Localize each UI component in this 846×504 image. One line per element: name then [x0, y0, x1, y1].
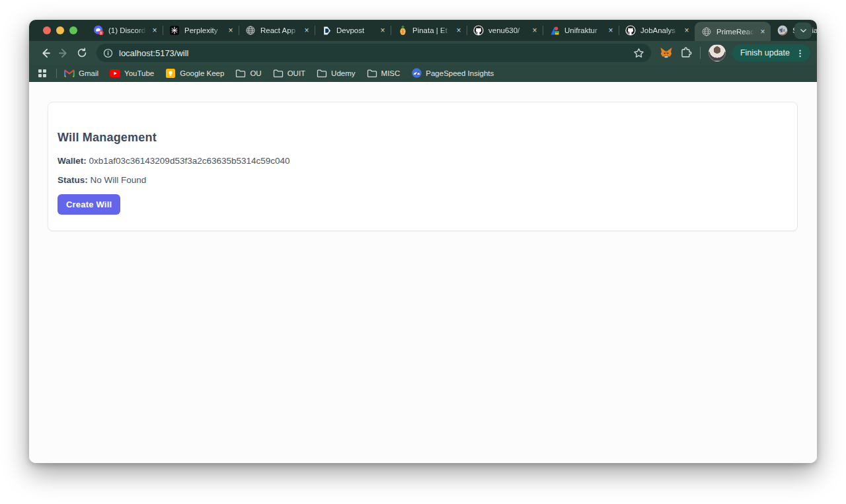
tab-close-icon[interactable]: × — [377, 25, 388, 36]
tab-title: React App — [260, 26, 300, 34]
bookmark-star-icon[interactable] — [633, 48, 644, 59]
pinata-icon — [397, 25, 408, 36]
browser-menu-icon[interactable]: ⋮ — [796, 48, 804, 58]
tab-close-icon[interactable]: × — [453, 25, 464, 36]
profile-avatar[interactable] — [709, 44, 726, 61]
forward-button[interactable] — [54, 44, 73, 62]
bookmark-label: OUIT — [288, 69, 305, 77]
globe-icon — [701, 26, 712, 37]
status-row: Status: No Will Found — [58, 175, 797, 185]
tab-title: Unifraktur — [564, 26, 604, 34]
back-button[interactable] — [36, 44, 54, 62]
tab-title: JobAnalys — [640, 26, 680, 34]
devpost-icon — [321, 25, 332, 36]
tab-title: Devpost — [336, 26, 376, 34]
tab-1-discord[interactable]: 1(1) Discord× — [87, 20, 163, 41]
tab-venu630[interactable]: venu630/× — [467, 20, 543, 41]
bookmark-label: YouTube — [124, 69, 154, 77]
minimize-window-button[interactable] — [56, 26, 64, 34]
github-icon — [625, 25, 636, 36]
tab-search-button[interactable] — [794, 22, 812, 39]
bookmark-udemy[interactable]: Udemy — [317, 68, 355, 79]
tab-strip: 1(1) Discord×Perplexity×React App×Devpos… — [29, 20, 817, 41]
extensions-button[interactable] — [677, 44, 695, 61]
tab-devpost[interactable]: Devpost× — [315, 20, 391, 41]
tab-primereac[interactable]: PrimeReac× — [695, 22, 771, 41]
bookmark-youtube[interactable]: YouTube — [110, 68, 154, 79]
bookmark-ouit[interactable]: OUIT — [273, 68, 305, 79]
page-title: Will Management — [58, 131, 797, 145]
bookmarks-items: GmailYouTubeGoogle KeepOUOUITUdemyMISCPa… — [64, 68, 505, 79]
perplexity-icon — [169, 25, 180, 36]
globe-icon — [245, 25, 256, 36]
apps-grid-icon[interactable] — [38, 69, 46, 77]
tab-close-icon[interactable]: × — [757, 26, 768, 37]
wallet-row: Wallet: 0xb1af03c36143209d53f3a2c63635b5… — [58, 156, 797, 166]
site-info-icon[interactable] — [103, 48, 113, 58]
bookmark-ou[interactable]: OU — [235, 68, 261, 79]
bookmark-misc[interactable]: MISC — [367, 68, 401, 79]
google-fonts-icon — [549, 25, 560, 36]
address-bar[interactable]: localhost:5173/will — [96, 44, 651, 62]
bookmark-pagespeed-insights[interactable]: PageSpeed Insights — [411, 68, 494, 79]
tab-pinata-et[interactable]: Pinata | Et× — [391, 20, 467, 41]
keep-icon — [165, 68, 176, 79]
folder-icon — [273, 68, 284, 79]
bookmark-label: MISC — [381, 69, 401, 77]
tab-title: (1) Discord — [108, 26, 148, 34]
url-text[interactable]: localhost:5173/will — [119, 48, 633, 58]
github-icon — [473, 25, 484, 36]
tabs-container: 1(1) Discord×Perplexity×React App×Devpos… — [87, 20, 817, 41]
status-label: Status: — [58, 175, 88, 185]
back-arrow-icon — [40, 48, 51, 59]
bookmark-label: OU — [250, 69, 261, 77]
tab-react-app[interactable]: React App× — [239, 20, 315, 41]
tab-title: venu630/ — [488, 26, 528, 34]
page-content: Will Management Wallet: 0xb1af03c3614320… — [29, 82, 817, 463]
bookmark-label: Gmail — [79, 69, 98, 77]
tab-close-icon[interactable]: × — [681, 25, 692, 36]
tab-perplexity[interactable]: Perplexity× — [163, 20, 239, 41]
finish-update-label: Finish update — [740, 48, 790, 57]
toolbar-divider — [700, 47, 701, 59]
tab-close-icon[interactable]: × — [225, 25, 236, 36]
metamask-extension-button[interactable] — [658, 44, 675, 61]
finish-update-button[interactable]: Finish update ⋮ — [732, 44, 810, 61]
wallet-label: Wallet: — [58, 156, 87, 166]
svg-text:1: 1 — [100, 31, 102, 35]
forward-arrow-icon — [58, 48, 69, 59]
etherscan-icon — [777, 25, 788, 36]
gmail-icon — [64, 68, 75, 79]
tab-close-icon[interactable]: × — [529, 25, 540, 36]
bookmark-google-keep[interactable]: Google Keep — [165, 68, 224, 79]
will-management-card: Will Management Wallet: 0xb1af03c3614320… — [48, 102, 798, 231]
extensions-puzzle-icon — [680, 47, 692, 59]
folder-icon — [235, 68, 246, 79]
bookmark-label: PageSpeed Insights — [426, 69, 494, 77]
window-controls — [29, 20, 87, 41]
tab-title: Perplexity — [184, 26, 224, 34]
folder-icon — [367, 68, 377, 79]
tab-unifraktur[interactable]: Unifraktur× — [543, 20, 619, 41]
bookmark-gmail[interactable]: Gmail — [64, 68, 98, 79]
folder-icon — [317, 68, 327, 79]
reload-button[interactable] — [73, 44, 91, 62]
tab-title: Pinata | Et — [412, 26, 452, 34]
status-value: No Will Found — [91, 175, 147, 185]
bookmarks-divider — [56, 69, 57, 78]
browser-toolbar: localhost:5173/will Finish update ⋮ — [29, 41, 817, 65]
discord-icon: 1 — [93, 25, 104, 36]
browser-window: 1(1) Discord×Perplexity×React App×Devpos… — [29, 20, 817, 463]
tab-jobanalys[interactable]: JobAnalys× — [619, 20, 695, 41]
create-will-button[interactable]: Create Will — [58, 194, 120, 215]
close-window-button[interactable] — [43, 26, 51, 34]
chevron-down-icon — [800, 27, 807, 34]
reload-icon — [77, 48, 87, 58]
bookmarks-bar: GmailYouTubeGoogle KeepOUOUITUdemyMISCPa… — [29, 65, 817, 82]
zoom-window-button[interactable] — [69, 26, 77, 34]
wallet-address: 0xb1af03c36143209d53f3a2c63635b5314c59c0… — [89, 156, 290, 166]
tab-close-icon[interactable]: × — [149, 25, 160, 36]
bookmark-label: Udemy — [331, 69, 355, 77]
tab-close-icon[interactable]: × — [605, 25, 616, 36]
tab-close-icon[interactable]: × — [301, 25, 312, 36]
